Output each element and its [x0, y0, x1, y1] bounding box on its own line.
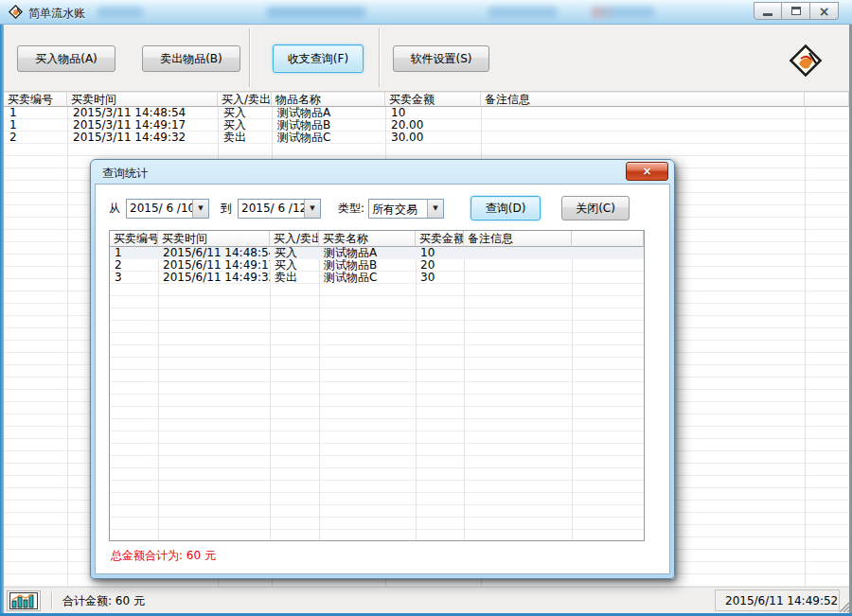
- cell-id: 1: [4, 107, 67, 119]
- column-header[interactable]: 买卖金额: [385, 92, 481, 107]
- cell-note: [481, 119, 805, 132]
- dialog-client-area: 从 2015/ 6 /10 ▼ 到 2015/ 6 /12 ▼ 类型: 所有交易…: [95, 184, 670, 574]
- cell-item: 测试物品B: [272, 119, 385, 132]
- dialog-table-grid: [110, 247, 644, 540]
- buy-item-button[interactable]: 买入物品(A): [17, 45, 115, 72]
- grid-line: [572, 247, 573, 540]
- type-select[interactable]: 所有交易 ▼: [368, 199, 444, 219]
- cell-note: [481, 132, 805, 144]
- cell-amount: 30.00: [385, 132, 481, 144]
- cell-time: 2015/3/11 14:48:54: [67, 107, 218, 119]
- ledger-logo-icon: [787, 42, 825, 79]
- column-header[interactable]: 买卖编号: [110, 231, 158, 247]
- window-controls: ×: [754, 2, 839, 20]
- to-label: 到: [221, 201, 232, 217]
- column-header[interactable]: 物品名称: [272, 92, 385, 107]
- query-button[interactable]: 查询(D): [470, 196, 541, 220]
- table-row[interactable]: 2 2015/6/11 14:49:17 买入 测试物品B 20: [110, 259, 644, 272]
- column-header-filler: [805, 92, 849, 107]
- chevron-down-icon[interactable]: ▼: [427, 200, 443, 218]
- table-row[interactable]: 1 2015/3/11 14:49:17 买入 测试物品B 20.00: [4, 119, 849, 132]
- titlebar: 简单流水账 ×: [0, 0, 852, 25]
- query-statistics-dialog: 查询统计 × 从 2015/ 6 /10 ▼ 到 2015/ 6 /12 ▼ 类…: [90, 159, 675, 579]
- column-header[interactable]: 买卖名称: [319, 231, 416, 247]
- watermark-blur: [98, 7, 143, 18]
- close-icon: ×: [642, 165, 651, 178]
- dialog-titlebar: 查询统计 ×: [91, 160, 674, 184]
- column-header[interactable]: 买卖金额: [416, 231, 464, 247]
- toolbar-separator: [249, 28, 251, 87]
- cell-note: [464, 272, 572, 284]
- toolbar: 买入物品(A) 卖出物品(B) 收支查询(F) 软件设置(S): [4, 25, 849, 92]
- sell-item-button[interactable]: 卖出物品(B): [142, 45, 240, 72]
- table-row[interactable]: 1 2015/6/11 14:48:54 买入 测试物品A 10: [110, 247, 644, 259]
- cell-id: 2: [4, 132, 67, 144]
- cell-amount: 10: [416, 247, 464, 259]
- cell-type: 买入: [218, 107, 272, 119]
- table-row[interactable]: 2 2015/3/11 14:49:32 卖出 测试物品C 30.00: [4, 132, 849, 144]
- app-icon: [8, 4, 24, 20]
- watermark-blur: [592, 7, 654, 18]
- minimize-button[interactable]: [754, 2, 782, 20]
- cell-item: 测试物品B: [319, 259, 416, 272]
- cell-item: 测试物品C: [272, 132, 385, 144]
- status-bar: 合计金额: 60 元 2015/6/11 14:49:52: [4, 587, 849, 613]
- table-row[interactable]: 3 2015/6/11 14:49:32 卖出 测试物品C 30: [110, 272, 644, 284]
- cell-type: 买入: [270, 247, 319, 259]
- total-amount-text: 合计金额: 60 元: [62, 593, 145, 609]
- resize-grip[interactable]: [837, 600, 849, 612]
- cell-item: 测试物品C: [319, 272, 416, 284]
- column-header[interactable]: 备注信息: [481, 92, 805, 107]
- column-header[interactable]: 买入/卖出: [218, 92, 272, 107]
- cell-note: [464, 259, 572, 272]
- cell-amount: 30: [416, 272, 464, 284]
- dialog-title: 查询统计: [102, 166, 148, 182]
- watermark-blur: [488, 7, 557, 18]
- column-header[interactable]: 备注信息: [464, 231, 572, 247]
- cell-note: [464, 247, 572, 259]
- dialog-close-action-button[interactable]: 关闭(C): [561, 196, 630, 220]
- cell-type: 卖出: [218, 132, 272, 144]
- chevron-down-icon[interactable]: ▼: [304, 200, 320, 218]
- window-title: 简单流水账: [28, 6, 85, 22]
- from-label: 从: [109, 201, 120, 217]
- dialog-close-button[interactable]: ×: [626, 162, 668, 181]
- income-query-button[interactable]: 收支查询(F): [273, 44, 364, 73]
- close-icon: ×: [819, 5, 830, 18]
- cell-amount: 20.00: [385, 119, 481, 132]
- cell-item: 测试物品A: [319, 247, 416, 259]
- cell-id: 1: [110, 247, 158, 259]
- type-value: 所有交易: [369, 200, 427, 218]
- to-date-picker[interactable]: 2015/ 6 /12 ▼: [238, 199, 321, 219]
- dialog-table: 买卖编号 买卖时间 买入/卖出 买卖名称 买卖金额 备注信息 1 2015: [109, 230, 645, 541]
- from-date-picker[interactable]: 2015/ 6 /10 ▼: [126, 199, 209, 219]
- to-date-value: 2015/ 6 /12: [239, 200, 304, 218]
- toolbar-separator: [379, 28, 381, 87]
- grid-line: [67, 107, 68, 587]
- column-header[interactable]: 买卖时间: [67, 92, 218, 107]
- statusbar-separator: [51, 591, 53, 609]
- maximize-button[interactable]: [782, 2, 810, 20]
- bar-chart-icon: [9, 592, 38, 609]
- column-header[interactable]: 买卖编号: [4, 92, 67, 107]
- grid-line: [270, 247, 271, 540]
- settings-button[interactable]: 软件设置(S): [393, 45, 489, 72]
- column-header-filler: [572, 231, 644, 247]
- column-header[interactable]: 买入/卖出: [270, 231, 319, 247]
- grid-line: [416, 247, 417, 540]
- minimize-icon: [763, 13, 772, 16]
- dialog-controls: 从 2015/ 6 /10 ▼ 到 2015/ 6 /12 ▼ 类型: 所有交易…: [109, 196, 630, 220]
- status-icon-panel: [7, 590, 41, 611]
- close-button[interactable]: ×: [810, 2, 839, 20]
- maximize-icon: [791, 7, 801, 15]
- chevron-down-icon[interactable]: ▼: [192, 200, 208, 218]
- table-row[interactable]: 1 2015/3/11 14:48:54 买入 测试物品A 10: [4, 107, 849, 119]
- type-label: 类型:: [338, 201, 364, 217]
- column-header[interactable]: 买卖时间: [158, 231, 270, 247]
- dialog-total-text: 总金额合计为: 60 元: [111, 548, 216, 564]
- cell-item: 测试物品A: [272, 107, 385, 119]
- cell-amount: 20: [416, 259, 464, 272]
- cell-id: 1: [4, 119, 67, 132]
- cell-time: 2015/6/11 14:49:32: [158, 272, 270, 284]
- statusbar-datetime: 2015/6/11 14:49:52: [715, 590, 840, 611]
